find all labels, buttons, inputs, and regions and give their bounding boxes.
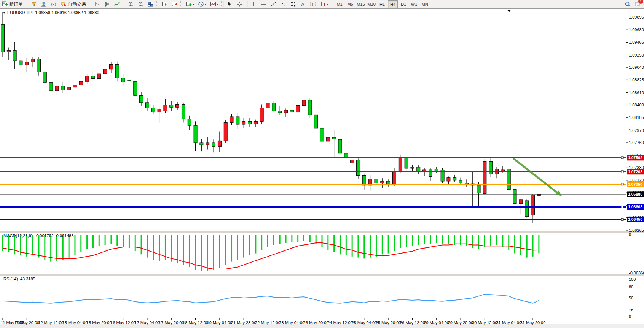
time-tick-label: 11 May 20:00 bbox=[14, 320, 39, 325]
time-tick-label: 25 May 20:00 bbox=[376, 320, 401, 325]
bar-chart-button[interactable] bbox=[92, 0, 102, 8]
svg-text:0: 0 bbox=[629, 314, 631, 319]
candle-up bbox=[25, 62, 29, 65]
timeframe-mn-button[interactable]: MN bbox=[420, 0, 430, 8]
zoom-out-button[interactable] bbox=[136, 0, 145, 8]
timeframe-h1-button[interactable]: H1 bbox=[377, 0, 387, 8]
indicator-icon bbox=[210, 1, 216, 7]
search-button[interactable] bbox=[623, 0, 632, 8]
candle-down bbox=[128, 80, 131, 81]
toolbar: 新订单自动交易▾▾▾EFAT▾M1M5M15M30H1H4D1W1MN1 bbox=[0, 0, 644, 9]
new-order-button-label: 新订单 bbox=[9, 1, 23, 8]
chart-symbol-ohlc-line[interactable]: ▼EURUSD-,H4 1.06858 1.06916 1.06852 1.06… bbox=[3, 10, 99, 15]
candle-down bbox=[1, 24, 5, 52]
time-tick-label: 17 May 04:00 bbox=[135, 320, 160, 325]
line-handle bbox=[621, 171, 623, 173]
trendline-tool-button[interactable] bbox=[269, 0, 278, 8]
ohlc-values: 1.06858 1.06916 1.06852 1.06880 bbox=[35, 10, 99, 15]
time-tick-label: 25 May 04:00 bbox=[351, 320, 377, 325]
timeframe-m5-button[interactable]: M5 bbox=[345, 0, 355, 8]
candle-down bbox=[115, 64, 119, 78]
cursor-tool-button[interactable] bbox=[225, 0, 234, 8]
line-chart-button[interactable] bbox=[112, 0, 121, 8]
macd-indicator-label: MACD(12,26,9)-0.001792 -0.001488 bbox=[3, 233, 74, 238]
candle-down bbox=[188, 119, 191, 125]
community-button[interactable] bbox=[39, 0, 48, 8]
candle-down bbox=[145, 103, 149, 108]
tile-windows-button[interactable] bbox=[146, 0, 155, 8]
candle-down bbox=[332, 137, 336, 139]
tile-windows-icon bbox=[148, 1, 154, 7]
pane-splitter[interactable] bbox=[0, 274, 644, 276]
candle-down bbox=[320, 128, 324, 141]
candle-down bbox=[314, 115, 318, 128]
toolbar-separator bbox=[156, 1, 159, 7]
time-tick-label: 24 May 12:00 bbox=[327, 320, 353, 325]
chevron-down-icon: ▼ bbox=[3, 11, 6, 14]
candle-down bbox=[236, 117, 239, 124]
dropdown-arrow-icon: ▾ bbox=[193, 3, 194, 6]
price-tick-label: 1.08400 bbox=[629, 103, 644, 107]
arrows-tool-button[interactable]: ▾ bbox=[318, 0, 330, 8]
price-tick-label: 1.07970 bbox=[629, 128, 644, 133]
candle-down bbox=[134, 81, 137, 95]
macd-name: MACD(12,26,9) bbox=[3, 233, 32, 238]
candlestick-chart-button[interactable] bbox=[102, 0, 112, 8]
autotrade-button[interactable]: 自动交易 bbox=[59, 0, 88, 8]
bar-chart-icon bbox=[94, 1, 100, 7]
timeframe-m1-button[interactable]: M1 bbox=[335, 0, 344, 8]
candle-up bbox=[302, 100, 306, 106]
deposit-button[interactable] bbox=[29, 0, 38, 8]
signals-button[interactable] bbox=[49, 0, 58, 8]
candle-up bbox=[85, 76, 89, 81]
zoom-in-button[interactable] bbox=[126, 0, 135, 8]
macd-values: -0.001792 -0.001488 bbox=[35, 233, 73, 238]
candle-up bbox=[392, 171, 396, 184]
candle-down bbox=[453, 178, 456, 180]
periods-button[interactable]: ▾ bbox=[196, 0, 208, 8]
auto-scroll-button[interactable] bbox=[160, 0, 169, 8]
time-tick-label: 19 May 04:00 bbox=[207, 320, 233, 325]
timeframe-h4-button[interactable]: H4 bbox=[388, 0, 398, 8]
chart-shift-button[interactable] bbox=[170, 0, 179, 8]
new-chart-icon bbox=[186, 1, 192, 7]
toolbar-separator bbox=[245, 1, 248, 7]
time-tick-label: 12 May 12:00 bbox=[38, 320, 64, 325]
autotrade-button-label: 自动交易 bbox=[68, 1, 86, 8]
timeframe-m15-button[interactable]: M15 bbox=[356, 0, 366, 8]
crosshair-tool-button[interactable] bbox=[235, 0, 244, 8]
timeframe-d1-button[interactable]: D1 bbox=[399, 0, 408, 8]
fibonacci-tool-button[interactable]: F bbox=[289, 0, 298, 8]
equidistant-channel-tool-button[interactable]: E bbox=[279, 0, 288, 8]
candle-up bbox=[73, 85, 77, 87]
svg-text:1.07050: 1.07050 bbox=[628, 182, 642, 187]
candle-up bbox=[7, 50, 10, 52]
toolbar-separator bbox=[89, 1, 91, 7]
text-label-tool-button[interactable]: T bbox=[308, 0, 317, 8]
new-chart-button[interactable]: ▾ bbox=[184, 0, 196, 8]
text-tool-button[interactable]: A bbox=[298, 0, 308, 8]
candle-up bbox=[260, 108, 263, 122]
candle-up bbox=[351, 160, 354, 163]
period-icon bbox=[198, 1, 204, 7]
new-order-button[interactable]: 新订单 bbox=[0, 0, 24, 8]
time-tick-label: 18 May 12:00 bbox=[183, 320, 208, 325]
auto-scroll-icon bbox=[162, 1, 168, 7]
candle-up bbox=[519, 200, 523, 204]
candle-up bbox=[411, 167, 414, 168]
vertical-line-tool-button[interactable] bbox=[249, 0, 258, 8]
candle-down bbox=[49, 82, 53, 91]
chat-button[interactable]: 1 bbox=[633, 0, 642, 8]
horizontal-line-tool-button[interactable] bbox=[259, 0, 268, 8]
search-icon bbox=[625, 1, 631, 7]
chart-canvas[interactable]: 1.098951.096801.094651.092501.090401.088… bbox=[0, 0, 644, 328]
indicators-button[interactable]: ▾ bbox=[209, 0, 220, 8]
svg-text:A: A bbox=[301, 2, 304, 7]
pane-splitter[interactable] bbox=[0, 231, 644, 233]
timeframe-m30-button[interactable]: M30 bbox=[367, 0, 376, 8]
svg-text:1.06663: 1.06663 bbox=[628, 204, 642, 209]
timeframe-w1-button[interactable]: W1 bbox=[409, 0, 419, 8]
candle-down bbox=[489, 161, 493, 174]
candle-up bbox=[158, 109, 161, 112]
candle-chart-icon bbox=[104, 1, 110, 7]
